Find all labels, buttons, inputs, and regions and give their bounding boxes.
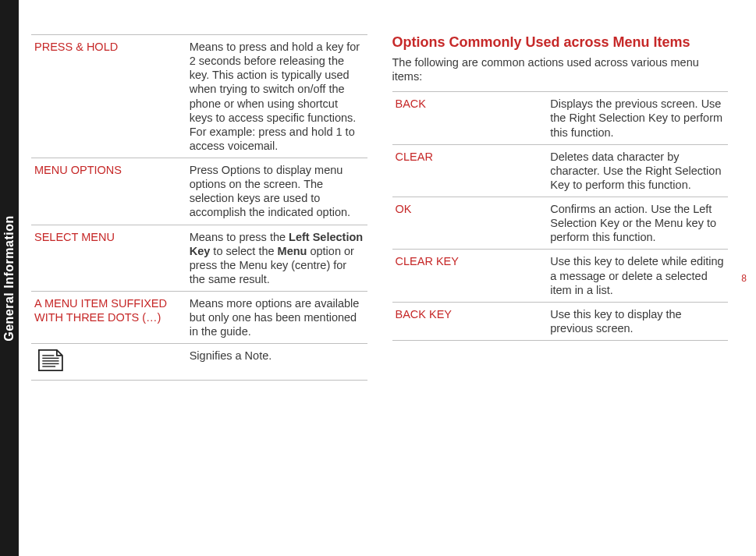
term-cell: A MENU ITEM SUFFIXED WITH THREE DOTS (…) bbox=[34, 296, 183, 338]
description-text: to select the bbox=[210, 245, 277, 257]
table-row: Signifies a Note. bbox=[31, 344, 367, 381]
description-cell: Means to press the Left Selection Key to… bbox=[190, 230, 364, 287]
sidebar-section-label: General Information bbox=[0, 0, 19, 556]
page-content: PRESS & HOLDMeans to press and hold a ke… bbox=[31, 34, 728, 381]
table-row: BACK KEYUse this key to display the prev… bbox=[392, 303, 729, 341]
term-cell: BACK bbox=[396, 97, 545, 139]
description-text: Press Options to display menu options on… bbox=[190, 164, 350, 218]
description-cell: Signifies a Note. bbox=[190, 349, 364, 375]
description-cell: Press Options to display menu options on… bbox=[190, 163, 364, 220]
note-icon bbox=[34, 349, 183, 375]
table-row: A MENU ITEM SUFFIXED WITH THREE DOTS (…)… bbox=[31, 292, 367, 344]
sidebar-section-label-text: General Information bbox=[2, 215, 16, 342]
right-column: Options Commonly Used across Menu Items … bbox=[392, 34, 729, 381]
description-cell: Means more options are available but onl… bbox=[190, 296, 364, 338]
note-page-icon bbox=[36, 349, 64, 372]
description-cell: Use this key to display the previous scr… bbox=[550, 307, 725, 335]
term-cell: BACK KEY bbox=[396, 307, 545, 335]
term-cell: OK bbox=[396, 202, 545, 244]
description-cell: Use this key to delete while editing a m… bbox=[550, 254, 725, 296]
table-row: BACKDisplays the previous screen. Use th… bbox=[392, 91, 729, 144]
term-cell: PRESS & HOLD bbox=[34, 40, 183, 153]
description-text: Menu bbox=[278, 245, 307, 257]
term-cell: SELECT MENU bbox=[34, 230, 183, 287]
description-cell: Confirms an action. Use the Left Selecti… bbox=[550, 202, 725, 244]
description-cell: Displays the previous screen. Use the Ri… bbox=[550, 97, 725, 139]
table-row: PRESS & HOLDMeans to press and hold a ke… bbox=[31, 34, 367, 158]
common-options-table: BACKDisplays the previous screen. Use th… bbox=[392, 91, 729, 341]
table-row: OKConfirms an action. Use the Left Selec… bbox=[392, 197, 729, 250]
table-row: MENU OPTIONSPress Options to display men… bbox=[31, 158, 367, 225]
description-text: Means to press and hold a key for 2 seco… bbox=[190, 41, 360, 152]
term-cell: MENU OPTIONS bbox=[34, 163, 183, 220]
section-intro: The following are common actions used ac… bbox=[392, 55, 729, 83]
table-row: CLEARDeletes data character by character… bbox=[392, 145, 729, 197]
description-text: Means more options are available but onl… bbox=[190, 297, 360, 338]
description-text: Means to press the bbox=[190, 231, 289, 243]
description-text: Signifies a Note. bbox=[190, 349, 272, 362]
term-cell: CLEAR bbox=[396, 150, 545, 192]
section-heading: Options Commonly Used across Menu Items bbox=[392, 34, 729, 51]
term-cell: CLEAR KEY bbox=[396, 254, 545, 296]
description-cell: Deletes data character by character. Use… bbox=[550, 150, 725, 192]
description-cell: Means to press and hold a key for 2 seco… bbox=[190, 40, 364, 153]
table-row: CLEAR KEYUse this key to delete while ed… bbox=[392, 250, 729, 302]
page-number: 8 bbox=[741, 273, 747, 284]
conventions-table: PRESS & HOLDMeans to press and hold a ke… bbox=[31, 34, 367, 381]
table-row: SELECT MENUMeans to press the Left Selec… bbox=[31, 225, 367, 292]
left-column: PRESS & HOLDMeans to press and hold a ke… bbox=[31, 34, 367, 381]
